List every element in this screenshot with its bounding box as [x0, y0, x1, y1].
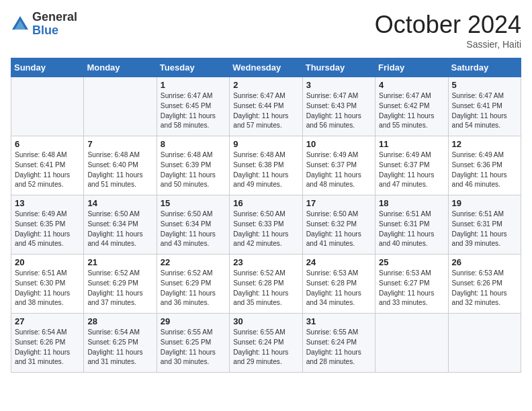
- day-number: 2: [233, 80, 298, 90]
- logo-blue: Blue: [32, 24, 77, 38]
- day-number: 5: [452, 80, 517, 90]
- logo-icon: [11, 15, 30, 34]
- day-number: 24: [306, 257, 371, 267]
- day-info: Sunrise: 6:52 AM Sunset: 6:28 PM Dayligh…: [233, 269, 298, 308]
- day-info: Sunrise: 6:48 AM Sunset: 6:41 PM Dayligh…: [15, 150, 80, 190]
- day-info: Sunrise: 6:50 AM Sunset: 6:34 PM Dayligh…: [87, 210, 152, 249]
- calendar-cell: 31Sunrise: 6:55 AM Sunset: 6:24 PM Dayli…: [302, 314, 375, 373]
- day-number: 10: [306, 139, 371, 149]
- calendar-cell: 4Sunrise: 6:47 AM Sunset: 6:42 PM Daylig…: [375, 77, 448, 136]
- week-row-1: 1Sunrise: 6:47 AM Sunset: 6:45 PM Daylig…: [11, 77, 521, 136]
- logo-text: General Blue: [32, 11, 77, 38]
- day-number: 1: [161, 80, 226, 90]
- day-number: 17: [306, 198, 371, 208]
- calendar-cell: 13Sunrise: 6:49 AM Sunset: 6:35 PM Dayli…: [11, 195, 84, 255]
- day-info: Sunrise: 6:47 AM Sunset: 6:41 PM Dayligh…: [452, 91, 517, 131]
- day-info: Sunrise: 6:47 AM Sunset: 6:45 PM Dayligh…: [161, 91, 226, 131]
- calendar-cell: 28Sunrise: 6:54 AM Sunset: 6:25 PM Dayli…: [84, 314, 157, 373]
- calendar-cell: 25Sunrise: 6:53 AM Sunset: 6:27 PM Dayli…: [375, 255, 448, 314]
- day-info: Sunrise: 6:54 AM Sunset: 6:25 PM Dayligh…: [87, 328, 152, 367]
- day-info: Sunrise: 6:53 AM Sunset: 6:26 PM Dayligh…: [452, 269, 517, 308]
- calendar-cell: 9Sunrise: 6:48 AM Sunset: 6:38 PM Daylig…: [230, 136, 302, 195]
- calendar-cell: 1Sunrise: 6:47 AM Sunset: 6:45 PM Daylig…: [157, 77, 229, 136]
- day-info: Sunrise: 6:55 AM Sunset: 6:24 PM Dayligh…: [306, 328, 371, 367]
- day-info: Sunrise: 6:52 AM Sunset: 6:29 PM Dayligh…: [87, 269, 152, 308]
- title-area: October 2024 Sassier, Haiti: [375, 11, 521, 50]
- header-row: SundayMondayTuesdayWednesdayThursdayFrid…: [11, 58, 521, 77]
- month-title: October 2024: [375, 11, 521, 39]
- calendar-cell: [448, 314, 521, 373]
- header-saturday: Saturday: [448, 58, 521, 77]
- calendar-table: SundayMondayTuesdayWednesdayThursdayFrid…: [11, 58, 521, 373]
- calendar-cell: 7Sunrise: 6:48 AM Sunset: 6:40 PM Daylig…: [84, 136, 157, 195]
- day-number: 14: [87, 198, 152, 208]
- day-number: 13: [15, 198, 80, 208]
- day-info: Sunrise: 6:52 AM Sunset: 6:29 PM Dayligh…: [161, 269, 226, 308]
- day-number: 8: [161, 139, 226, 149]
- calendar-cell: 5Sunrise: 6:47 AM Sunset: 6:41 PM Daylig…: [448, 77, 521, 136]
- calendar-cell: [375, 314, 448, 373]
- day-info: Sunrise: 6:51 AM Sunset: 6:31 PM Dayligh…: [452, 210, 517, 249]
- calendar-cell: 17Sunrise: 6:50 AM Sunset: 6:32 PM Dayli…: [302, 195, 375, 255]
- day-info: Sunrise: 6:51 AM Sunset: 6:30 PM Dayligh…: [15, 269, 80, 308]
- day-number: 6: [15, 139, 80, 149]
- day-info: Sunrise: 6:54 AM Sunset: 6:26 PM Dayligh…: [15, 328, 80, 367]
- day-number: 7: [87, 139, 152, 149]
- day-info: Sunrise: 6:49 AM Sunset: 6:37 PM Dayligh…: [306, 150, 371, 190]
- day-number: 23: [233, 257, 298, 267]
- calendar-cell: 22Sunrise: 6:52 AM Sunset: 6:29 PM Dayli…: [157, 255, 229, 314]
- day-info: Sunrise: 6:47 AM Sunset: 6:43 PM Dayligh…: [306, 91, 371, 131]
- header-monday: Monday: [84, 58, 157, 77]
- header-tuesday: Tuesday: [157, 58, 229, 77]
- day-number: 16: [233, 198, 298, 208]
- header-friday: Friday: [375, 58, 448, 77]
- day-number: 9: [233, 139, 298, 149]
- week-row-3: 13Sunrise: 6:49 AM Sunset: 6:35 PM Dayli…: [11, 195, 521, 255]
- day-number: 21: [87, 257, 152, 267]
- day-info: Sunrise: 6:47 AM Sunset: 6:42 PM Dayligh…: [379, 91, 444, 131]
- calendar-cell: 29Sunrise: 6:55 AM Sunset: 6:25 PM Dayli…: [157, 314, 229, 373]
- page-header: General Blue October 2024 Sassier, Haiti: [11, 11, 521, 50]
- day-info: Sunrise: 6:48 AM Sunset: 6:38 PM Dayligh…: [233, 150, 298, 190]
- day-number: 31: [306, 316, 371, 326]
- location: Sassier, Haiti: [375, 39, 521, 50]
- day-number: 11: [379, 139, 444, 149]
- day-info: Sunrise: 6:51 AM Sunset: 6:31 PM Dayligh…: [379, 210, 444, 249]
- day-number: 18: [379, 198, 444, 208]
- header-wednesday: Wednesday: [230, 58, 302, 77]
- calendar-cell: 19Sunrise: 6:51 AM Sunset: 6:31 PM Dayli…: [448, 195, 521, 255]
- day-info: Sunrise: 6:47 AM Sunset: 6:44 PM Dayligh…: [233, 91, 298, 131]
- calendar-cell: 24Sunrise: 6:53 AM Sunset: 6:28 PM Dayli…: [302, 255, 375, 314]
- day-number: 26: [452, 257, 517, 267]
- day-info: Sunrise: 6:49 AM Sunset: 6:36 PM Dayligh…: [452, 150, 517, 190]
- day-info: Sunrise: 6:53 AM Sunset: 6:28 PM Dayligh…: [306, 269, 371, 308]
- day-number: 20: [15, 257, 80, 267]
- day-number: 3: [306, 80, 371, 90]
- day-info: Sunrise: 6:55 AM Sunset: 6:25 PM Dayligh…: [161, 328, 226, 367]
- calendar-cell: 8Sunrise: 6:48 AM Sunset: 6:39 PM Daylig…: [157, 136, 229, 195]
- calendar-cell: 30Sunrise: 6:55 AM Sunset: 6:24 PM Dayli…: [230, 314, 302, 373]
- calendar-cell: 16Sunrise: 6:50 AM Sunset: 6:33 PM Dayli…: [230, 195, 302, 255]
- calendar-cell: 15Sunrise: 6:50 AM Sunset: 6:34 PM Dayli…: [157, 195, 229, 255]
- week-row-5: 27Sunrise: 6:54 AM Sunset: 6:26 PM Dayli…: [11, 314, 521, 373]
- logo: General Blue: [11, 11, 77, 38]
- calendar-cell: 14Sunrise: 6:50 AM Sunset: 6:34 PM Dayli…: [84, 195, 157, 255]
- calendar-cell: 2Sunrise: 6:47 AM Sunset: 6:44 PM Daylig…: [230, 77, 302, 136]
- day-info: Sunrise: 6:50 AM Sunset: 6:32 PM Dayligh…: [306, 210, 371, 249]
- calendar-cell: 12Sunrise: 6:49 AM Sunset: 6:36 PM Dayli…: [448, 136, 521, 195]
- day-number: 29: [161, 316, 226, 326]
- day-info: Sunrise: 6:49 AM Sunset: 6:35 PM Dayligh…: [15, 210, 80, 249]
- day-number: 12: [452, 139, 517, 149]
- day-info: Sunrise: 6:50 AM Sunset: 6:33 PM Dayligh…: [233, 210, 298, 249]
- day-info: Sunrise: 6:50 AM Sunset: 6:34 PM Dayligh…: [161, 210, 226, 249]
- day-number: 30: [233, 316, 298, 326]
- day-info: Sunrise: 6:55 AM Sunset: 6:24 PM Dayligh…: [233, 328, 298, 367]
- calendar-cell: 6Sunrise: 6:48 AM Sunset: 6:41 PM Daylig…: [11, 136, 84, 195]
- header-sunday: Sunday: [11, 58, 84, 77]
- day-number: 28: [87, 316, 152, 326]
- calendar-cell: 10Sunrise: 6:49 AM Sunset: 6:37 PM Dayli…: [302, 136, 375, 195]
- day-info: Sunrise: 6:49 AM Sunset: 6:37 PM Dayligh…: [379, 150, 444, 190]
- week-row-4: 20Sunrise: 6:51 AM Sunset: 6:30 PM Dayli…: [11, 255, 521, 314]
- calendar-cell: 27Sunrise: 6:54 AM Sunset: 6:26 PM Dayli…: [11, 314, 84, 373]
- day-number: 15: [161, 198, 226, 208]
